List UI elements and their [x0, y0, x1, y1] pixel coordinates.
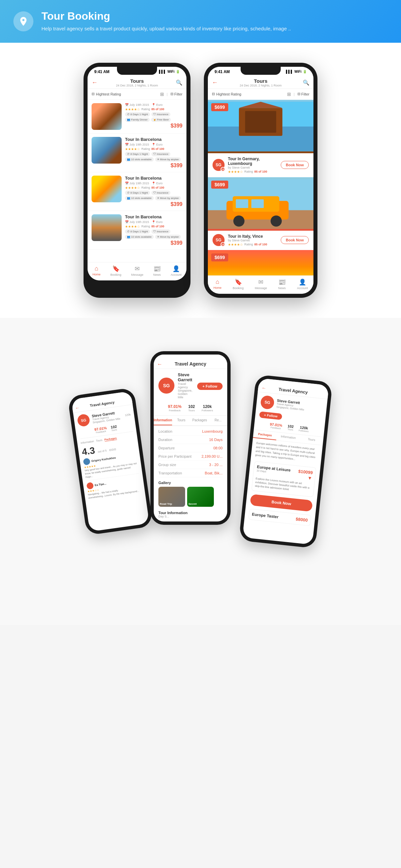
back-button-1[interactable]: ←	[91, 79, 97, 86]
app-header-2: ← Tours 24 Dec 2018, 2 Nights, 1 Room 🔍	[208, 75, 313, 89]
info-table-center: Location Luxembourg Duration 16 Days Dep…	[154, 426, 227, 479]
back-btn-packages[interactable]: ←	[261, 385, 267, 391]
tour-item-3[interactable]: Tour In Barcelona 📅 July 19th 2015 📍 Eur…	[88, 172, 187, 211]
profile-avatar-pkg: SG	[260, 395, 275, 410]
card-2[interactable]: $699	[208, 177, 313, 250]
search-button-1[interactable]: 🔍	[176, 80, 182, 86]
tour-price-2: $399	[125, 163, 182, 168]
nav-message-1[interactable]: ✉ Message	[131, 265, 143, 276]
grid-icon[interactable]: ⊞	[160, 91, 164, 97]
tour-item-2[interactable]: Tour In Barcelona 📅 July 19th 2015 📍 Eur…	[88, 133, 187, 172]
pkg-name-2: Europe Taster	[252, 512, 279, 519]
nav-news-label-1: News	[153, 273, 161, 276]
filter-icon-2: ⊟	[297, 92, 300, 96]
nav-booking-2[interactable]: 🔖 Booking	[233, 278, 244, 290]
app-header-1: ← Tours 24 Dec 2018, 2 Nights, 1 Room 🔍	[88, 75, 187, 89]
back-btn-profile[interactable]: ←	[157, 361, 163, 367]
tab-packages-reviews[interactable]: Packages	[104, 436, 117, 441]
nav-home-1[interactable]: ⌂ Home	[92, 265, 101, 276]
reviews-back[interactable]: ←	[75, 405, 80, 411]
reviewer-name-2: Ea Tipe...	[94, 482, 107, 487]
location-pin-icon	[18, 16, 29, 27]
card-rating-1: ★★★★☆ Rating 85 of 100	[228, 170, 277, 174]
tab-tours-center[interactable]: Tours	[172, 416, 191, 425]
tab-re-center[interactable]: Re...	[209, 416, 227, 425]
follow-button-center[interactable]: + Follow	[197, 382, 223, 390]
guide-avatar-1: SG 19	[212, 159, 225, 171]
stat-tours-pkg: 102 Tours	[287, 424, 294, 431]
svg-rect-3	[245, 111, 276, 132]
stars-4: ★★★★☆	[125, 225, 140, 228]
reviewer-avatar-1	[83, 458, 91, 465]
card-info-1: SG 19 Tour In Germary, Luxembourg by Ste…	[208, 153, 313, 177]
battery-icon-2: 🔋	[303, 70, 307, 73]
card-rating-2: ★★★★☆ Rating 85 of 100	[228, 243, 277, 246]
tab-information-center[interactable]: Information	[154, 416, 172, 425]
wifi-icon: WiFi	[167, 70, 174, 73]
tour-thumb-1	[91, 103, 122, 130]
tour-item-1[interactable]: 📅 July 19th 2015 📍 Euro ★★★★☆ Rating 85 …	[88, 100, 187, 133]
nav-home-2[interactable]: ⌂ Home	[213, 278, 222, 290]
stars-card-2: ★★★★☆	[228, 243, 243, 246]
tag-slots-3: 👥 10 slots available	[125, 196, 154, 200]
tab-packages-center[interactable]: Packages	[191, 416, 209, 425]
home-icon-1: ⌂	[94, 265, 98, 272]
nav-news-1[interactable]: 📰 News	[153, 265, 161, 276]
nav-news-2[interactable]: 📰 News	[278, 278, 286, 290]
tours-title-1: Tours	[116, 78, 158, 84]
nav-account-2[interactable]: 👤 Account	[297, 278, 308, 290]
tour-item-4[interactable]: Tour In Barcelona 📅 July 19th 2015 📍 Eur…	[88, 211, 187, 250]
grid-icon-2[interactable]: ⊞	[287, 91, 291, 97]
package-item-2[interactable]: Europe Taster $8000	[248, 508, 311, 526]
tag-insurance-1: 🛡 Insurance	[151, 112, 170, 117]
card-1[interactable]: $699 SG 19	[208, 100, 313, 177]
stat-rating-center: 97.01% Feedback	[168, 404, 182, 412]
news-icon-2: 📰	[278, 278, 286, 286]
price-badge-2: $699	[211, 181, 228, 189]
reviewer-avatar-2	[86, 482, 94, 490]
scattered-phones: Travel Agency ← SG Steve Garrett Travel …	[84, 338, 317, 605]
card-info-2: SG 19 Tour in Italy, Vince by Steve Garr…	[208, 231, 313, 250]
search-button-2[interactable]: 🔍	[303, 80, 310, 86]
tag-duration-2: ⏱ 8 Days 1 Night	[125, 152, 150, 156]
tour-list-1: 📅 July 19th 2015 📍 Euro ★★★★☆ Rating 85 …	[88, 100, 187, 280]
status-time-1: 9:41 AM	[94, 69, 110, 74]
info-group-size: Group size 3 - 20 ...	[159, 461, 223, 469]
stars-2: ★★★★☆	[125, 147, 140, 151]
filter-button-2[interactable]: ⊟ Filter	[297, 92, 310, 96]
filter-button[interactable]: ⊟ Filter	[170, 92, 182, 96]
tour-loc-2: 📍 Euro	[152, 143, 163, 146]
package-item-1[interactable]: Europe at Leisure 10 Days $10099 ▼ Explo…	[251, 461, 316, 497]
tour-name-3: Tour In Barcelona	[125, 176, 182, 181]
tag-extra-1a: 👥 Family Dinner	[125, 118, 150, 122]
book-now-btn-pkg[interactable]: Book Now	[250, 494, 313, 512]
reviews-phone-frame: Travel Agency ← SG Steve Garrett Travel …	[67, 387, 153, 535]
account-icon-1: 👤	[172, 265, 180, 272]
nav-news-label-2: News	[278, 286, 286, 290]
price-badge-3: $699	[211, 253, 228, 261]
svg-point-10	[271, 215, 282, 226]
nav-account-1[interactable]: 👤 Account	[171, 265, 182, 276]
nav-booking-1[interactable]: 🔖 Booking	[110, 265, 121, 276]
guide-avatar-2: SG 19	[212, 234, 225, 246]
nav-message-2[interactable]: ✉ Message	[255, 278, 267, 290]
phone-2-frame: 9:41 AM ▌▌▌ WiFi 🔋 ← Tours 24 Dec 2018, …	[204, 63, 317, 298]
tag-transport-2: ✈ Move by airplan	[155, 157, 181, 162]
tour-loc-1: 📍 Euro	[152, 103, 163, 106]
nav-booking-label-1: Booking	[110, 273, 121, 276]
packages-phone-screen: ← Travel Agency SG Steve Garrett Travel …	[242, 378, 329, 545]
profile-name-center: Steve Garrett	[178, 372, 194, 382]
sort-icon-2: ⊟	[212, 92, 215, 96]
tour-price-3: $399	[125, 201, 182, 207]
tab-tours-reviews[interactable]: Tours	[95, 438, 103, 443]
svg-rect-12	[251, 199, 264, 208]
book-btn-1[interactable]: Book Now	[281, 161, 309, 169]
back-button-2[interactable]: ←	[212, 79, 218, 86]
rating-1: 85 of 100	[151, 107, 164, 111]
card-img-1: $699	[208, 100, 313, 153]
pkg-price-1: $10099	[298, 469, 313, 475]
tour-info-label-center: Tour Information	[159, 511, 223, 515]
tab-info-reviews[interactable]: Information	[81, 440, 94, 445]
book-btn-2[interactable]: Book Now	[281, 236, 309, 244]
nav-account-label-2: Account	[297, 286, 308, 290]
